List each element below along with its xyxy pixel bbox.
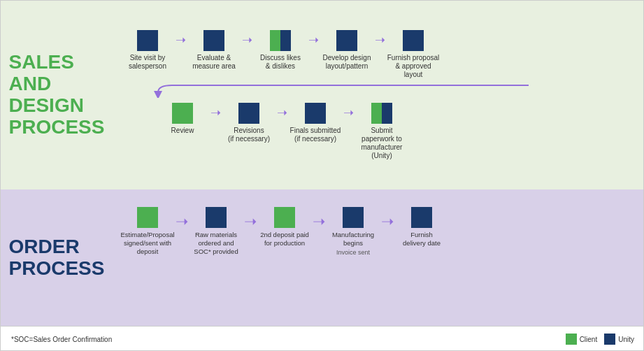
order-step-raw-materials: Raw materialsordered andSOC* provided bbox=[188, 207, 244, 256]
step-label: Review bbox=[171, 127, 194, 135]
legend-client-box bbox=[566, 334, 577, 345]
arrow: ➝ bbox=[277, 103, 287, 119]
step-label: 2nd deposit paidfor production bbox=[260, 231, 309, 248]
step-label: Submitpaperwork tomanufacturer(Unity) bbox=[362, 127, 403, 160]
step-label: Evaluate &measure area bbox=[192, 54, 236, 71]
step-box-blue bbox=[137, 30, 158, 51]
step-label: Estimate/Proposalsigned/sent withdeposit bbox=[120, 231, 174, 256]
step-sublabel: Invoice sent bbox=[336, 249, 370, 256]
order-title-text: ORDERPROCESS bbox=[9, 236, 105, 280]
sales-row-1: Site visit bysalesperson ➝ Evaluate &mea… bbox=[120, 30, 638, 79]
step-label: Discuss likes& dislikes bbox=[260, 54, 301, 71]
step-furnish-proposal: Furnish proposal& approvedlayout bbox=[385, 30, 441, 79]
step-box-green-blue bbox=[270, 30, 291, 51]
order-step-deposit: 2nd deposit paidfor production bbox=[257, 207, 313, 248]
sales-flow-area: Site visit bysalesperson ➝ Evaluate &mea… bbox=[113, 8, 644, 182]
arrow-icon: ➝ bbox=[375, 34, 385, 46]
arrow-icon: ➝ bbox=[176, 34, 186, 46]
step-box-blue bbox=[206, 207, 227, 228]
step-label: Revisions(if necessary) bbox=[228, 127, 270, 143]
step-box-green bbox=[274, 207, 295, 228]
step-evaluate: Evaluate &measure area bbox=[186, 30, 242, 71]
arrow: ➝ bbox=[242, 30, 252, 46]
legend-client: Client bbox=[566, 334, 598, 345]
arrow: ➝ bbox=[210, 103, 221, 119]
return-arrow bbox=[151, 83, 529, 101]
arrow-icon: ➝ bbox=[381, 210, 394, 231]
arrow-icon: ➝ bbox=[308, 34, 319, 46]
arrow-icon: ➝ bbox=[343, 106, 354, 119]
step-box-blue bbox=[203, 30, 224, 51]
step-submit-paperwork: Submitpaperwork tomanufacturer(Unity) bbox=[354, 103, 410, 160]
order-title: ORDERPROCESS bbox=[1, 196, 113, 319]
sales-row-2: Review ➝ Revisions(if necessary) ➝ Final… bbox=[155, 103, 638, 160]
main-container: SALES ANDDESIGNPROCESS Site visit bysale… bbox=[1, 1, 644, 351]
step-box-green bbox=[137, 207, 158, 228]
step-label: Site visit bysalesperson bbox=[129, 54, 166, 71]
step-review: Review bbox=[155, 103, 210, 135]
step-box-blue bbox=[403, 30, 424, 51]
arrow-icon: ➝ bbox=[176, 210, 188, 231]
step-box-blue bbox=[305, 103, 326, 124]
step-label: Furnish proposal& approvedlayout bbox=[387, 54, 439, 79]
arrow: ➝ bbox=[313, 207, 325, 231]
footer-note: *SOC=Sales Order Confirmation bbox=[11, 336, 112, 343]
step-box-blue bbox=[343, 207, 364, 228]
legend: Client Unity bbox=[566, 334, 634, 345]
arrow: ➝ bbox=[308, 30, 319, 46]
sales-design-section: SALES ANDDESIGNPROCESS Site visit bysale… bbox=[1, 1, 644, 189]
step-label: Raw materialsordered andSOC* provided bbox=[194, 231, 238, 256]
step-finals: Finals submitted(if necessary) bbox=[287, 103, 343, 143]
step-box-blue bbox=[411, 207, 432, 228]
sales-title-text: SALES ANDDESIGNPROCESS bbox=[9, 52, 105, 138]
step-label: Develop designlayout/pattern bbox=[323, 54, 371, 71]
step-box-green bbox=[172, 103, 193, 124]
arrow: ➝ bbox=[343, 103, 354, 119]
arrow-icon: ➝ bbox=[210, 106, 221, 119]
arrow: ➝ bbox=[176, 207, 188, 231]
order-flow: Estimate/Proposalsigned/sent withdeposit… bbox=[113, 196, 644, 319]
arrow: ➝ bbox=[244, 207, 257, 231]
step-revisions: Revisions(if necessary) bbox=[221, 103, 277, 143]
arrow-icon: ➝ bbox=[244, 210, 257, 231]
arrow-icon: ➝ bbox=[277, 106, 287, 119]
step-box-blue bbox=[238, 103, 259, 124]
arrow-icon: ➝ bbox=[313, 210, 325, 231]
arrow: ➝ bbox=[381, 207, 394, 231]
order-step-manufacturing: Manufacturingbegins Invoice sent bbox=[325, 207, 381, 256]
step-develop: Develop designlayout/pattern bbox=[319, 30, 375, 71]
arrow: ➝ bbox=[176, 30, 186, 46]
legend-unity-box bbox=[604, 334, 615, 345]
order-process-section: ORDERPROCESS Estimate/Proposalsigned/sen… bbox=[1, 189, 644, 326]
step-box-green-blue bbox=[371, 103, 392, 124]
step-box-blue bbox=[336, 30, 357, 51]
order-step-estimate: Estimate/Proposalsigned/sent withdeposit bbox=[120, 207, 176, 256]
footer: *SOC=Sales Order Confirmation Client Uni… bbox=[1, 326, 644, 351]
step-discuss: Discuss likes& dislikes bbox=[252, 30, 308, 71]
legend-unity: Unity bbox=[604, 334, 634, 345]
legend-unity-label: Unity bbox=[618, 336, 634, 343]
order-step-furnish-delivery: Furnishdelivery date bbox=[394, 207, 450, 248]
step-label: Finals submitted(if necessary) bbox=[290, 127, 341, 143]
sales-title: SALES ANDDESIGNPROCESS bbox=[1, 8, 113, 182]
arrow-icon: ➝ bbox=[242, 34, 252, 46]
step-site-visit: Site visit bysalesperson bbox=[120, 30, 176, 71]
step-label: Manufacturingbegins bbox=[332, 231, 374, 248]
arrow: ➝ bbox=[375, 30, 385, 46]
legend-client-label: Client bbox=[580, 336, 598, 343]
step-label: Furnishdelivery date bbox=[403, 231, 441, 248]
